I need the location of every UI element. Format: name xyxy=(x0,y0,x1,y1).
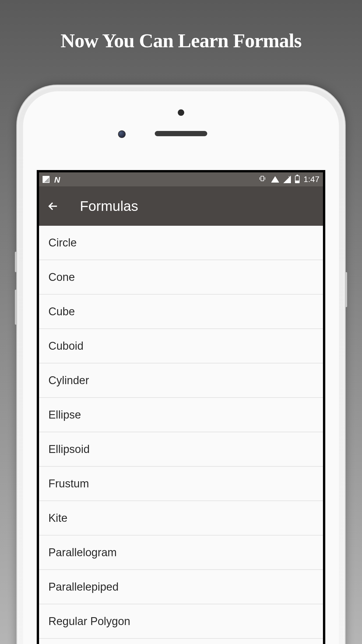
list-item-cone[interactable]: Cone xyxy=(39,260,323,295)
phone-side-button xyxy=(15,290,17,325)
phone-frame: N ✕ 1:47 xyxy=(16,85,346,644)
phone-side-button xyxy=(345,272,347,307)
status-bar: N ✕ 1:47 xyxy=(39,172,323,186)
list-item-ellipse[interactable]: Ellipse xyxy=(39,398,323,432)
list-item-label: Ellipse xyxy=(48,409,81,421)
list-item-parallelogram[interactable]: Parallelogram xyxy=(39,536,323,570)
list-item-label: Cone xyxy=(48,271,75,284)
back-button[interactable] xyxy=(47,200,59,212)
list-item-label: Cylinder xyxy=(48,374,89,387)
promo-title: Now You Can Learn Formals xyxy=(0,0,362,52)
list-item-cylinder[interactable]: Cylinder xyxy=(39,363,323,398)
signal-icon: ✕ xyxy=(283,176,291,183)
list-item-label: Cube xyxy=(48,305,75,318)
list-item-label: Cuboid xyxy=(48,340,83,352)
list-item-regular-polygon[interactable]: Regular Polygon xyxy=(39,604,323,639)
list-item-label: Circle xyxy=(48,237,77,249)
list-item-circle[interactable]: Circle xyxy=(39,226,323,260)
picture-icon xyxy=(43,176,50,183)
status-left: N xyxy=(43,175,62,183)
app-bar: Formulas xyxy=(39,186,323,226)
phone-screen: N ✕ 1:47 xyxy=(37,170,325,644)
list-item-frustum[interactable]: Frustum xyxy=(39,467,323,501)
vibrate-icon xyxy=(258,175,267,184)
list-item-kite[interactable]: Kite xyxy=(39,501,323,536)
list-item-ellipsoid[interactable]: Ellipsoid xyxy=(39,432,323,467)
wifi-icon xyxy=(271,176,279,183)
list-item-label: Kite xyxy=(48,512,67,524)
status-right: ✕ 1:47 xyxy=(258,175,320,184)
phone-side-button xyxy=(15,252,17,272)
phone-inner: N ✕ 1:47 xyxy=(23,91,339,644)
list-item-label: Parallelepiped xyxy=(48,581,119,593)
list-item-label: Parallelogram xyxy=(48,546,117,559)
list-item-label: Regular Polygon xyxy=(48,615,130,628)
phone-sensor xyxy=(178,109,184,116)
list-item-label: Frustum xyxy=(48,477,89,490)
status-time: 1:47 xyxy=(304,175,320,184)
list-item-cube[interactable]: Cube xyxy=(39,295,323,329)
phone-camera xyxy=(118,130,126,138)
list-item-label: Ellipsoid xyxy=(48,443,90,456)
battery-icon xyxy=(295,176,300,183)
phone-speaker xyxy=(155,131,207,136)
formula-list: Circle Cone Cube Cuboid Cylinder Ellipse xyxy=(39,226,323,644)
svg-rect-0 xyxy=(261,176,264,181)
list-item-cuboid[interactable]: Cuboid xyxy=(39,329,323,363)
app-title: Formulas xyxy=(80,198,138,214)
list-item-parallelepiped[interactable]: Parallelepiped xyxy=(39,570,323,604)
n-icon: N xyxy=(54,175,62,183)
